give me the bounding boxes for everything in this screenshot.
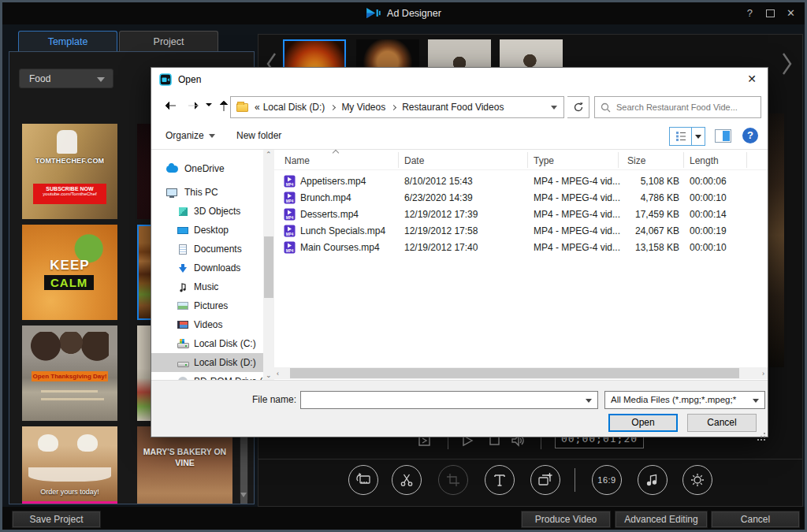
scroll-down-icon[interactable]: ⌄ [266,372,272,378]
tab-project[interactable]: Project [119,31,218,52]
column-divider [527,152,528,168]
search-box[interactable] [594,96,761,118]
column-header-size[interactable]: Size [627,155,645,166]
sidebar-item-onedrive[interactable]: OneDrive [151,159,263,178]
scroll-left-icon[interactable]: ‹ [277,370,279,378]
file-type-dropdown[interactable]: All Media Files (*.mpg;*.mpeg;* [604,391,765,409]
divider [575,468,575,492]
help-button[interactable]: ? [747,7,753,19]
view-mode-button[interactable] [669,127,705,146]
scrollbar-thumb[interactable] [264,236,273,298]
column-divider [618,152,619,168]
sidebar-item-documents[interactable]: Documents [151,240,263,259]
video-preview [766,113,784,367]
scroll-down-icon[interactable] [240,493,247,497]
maximize-button[interactable] [766,9,775,17]
sidebar-item-local-disk-c[interactable]: Local Disk (C:) [151,334,263,353]
file-name-label: File name: [199,394,296,405]
refresh-button[interactable] [567,96,589,118]
scroll-up-icon[interactable]: ⌃ [266,151,272,158]
save-project-button[interactable]: Save Project [12,511,101,528]
crop-button-disabled[interactable] [438,465,468,495]
column-divider [746,152,747,168]
aspect-ratio-button[interactable]: 16:9 [592,465,622,495]
column-header-name[interactable]: Name [284,155,310,166]
file-row[interactable]: MP4 Brunch.mp4 6/23/2020 14:39 MP4 - MPE… [273,190,768,206]
file-row[interactable]: MP4 Main Courses.mp4 12/19/2012 17:40 MP… [273,240,768,256]
template-thumbnail-mollys[interactable]: Order yours today! Molly's Cakes [22,426,117,504]
chevron-down-icon [695,135,701,139]
category-dropdown[interactable]: Food [19,69,113,88]
sidebar-item-bd-rom[interactable]: BD-ROM Drive (I [151,372,263,380]
scroll-right-icon[interactable]: › [762,370,764,378]
search-input[interactable] [616,102,750,112]
sidebar-item-music[interactable]: Music [151,277,263,296]
breadcrumb-item[interactable]: Local Disk (D:) [263,102,325,113]
column-header-date[interactable]: Date [404,155,424,166]
scrollbar-thumb[interactable] [290,368,739,378]
file-row[interactable]: MP4 Desserts.mp4 12/19/2012 17:39 MP4 - … [273,206,768,223]
template-thumbnail-tomthechef[interactable]: TOMTHECHEF.COM SUBSCRIBE NOW youtube.com… [22,124,117,219]
file-name-input[interactable] [304,393,572,407]
recent-locations-icon[interactable] [205,102,213,108]
sidebar-item-pictures[interactable]: Pictures [151,296,263,315]
replace-media-button[interactable] [348,465,378,495]
folder-icon [236,103,248,112]
film-icon [177,319,189,330]
column-divider [683,152,684,168]
column-header-type[interactable]: Type [534,155,554,166]
sidebar-item-local-disk-d-selected[interactable]: Local Disk (D:) [151,353,263,372]
music-button[interactable] [638,465,668,495]
resize-grip[interactable] [764,433,765,434]
app-title: Ad Designer [387,8,441,19]
template-thumbnail-keepcalm[interactable]: KEEP CALM [22,225,117,320]
preview-pane-button[interactable] [715,129,731,143]
trim-button[interactable] [392,465,422,495]
text-icon [492,472,508,488]
crop-icon [445,472,461,488]
file-name-combo[interactable] [300,391,598,409]
template-thumbnail-marys[interactable]: MARY'S BAKERY ON VINE Order online at Ma… [137,426,232,504]
dialog-help-button[interactable]: ? [742,128,758,143]
close-button[interactable]: ✕ [787,7,795,19]
mp4-file-icon: MP4 [284,175,296,188]
strip-scroll-right-button[interactable] [779,50,794,77]
file-row[interactable]: MP4 Appetisers.mp4 8/10/2012 15:43 MP4 -… [273,173,768,190]
dialog-cancel-button[interactable]: Cancel [687,414,757,432]
sidebar-item-this-pc[interactable]: This PC [151,183,263,202]
organize-menu[interactable]: Organize [165,130,215,141]
file-row[interactable]: MP4 Lunch Specials.mp4 12/19/2012 17:58 … [273,223,768,240]
up-button[interactable] [216,98,232,113]
footer-cancel-button[interactable]: Cancel [711,511,800,528]
sidebar-item-desktop[interactable]: Desktop [151,221,263,240]
text-button[interactable] [485,465,515,495]
sidebar-item-downloads[interactable]: Downloads [151,259,263,277]
advanced-editing-button[interactable]: Advanced Editing [615,511,708,528]
sidebar-item-3d-objects[interactable]: 3D Objects [151,202,263,221]
tab-template[interactable]: Template [18,31,117,52]
dialog-open-button[interactable]: Open [608,414,678,432]
produce-video-button[interactable]: Produce Video [521,511,611,528]
breadcrumb-item[interactable]: My Videos [341,102,385,113]
forward-button[interactable] [186,98,202,113]
chevron-down-icon [97,77,105,82]
horizontal-scrollbar[interactable]: ‹ › [273,367,768,379]
breadcrumb-bar[interactable]: « Local Disk (D:) My Videos Restaurant F… [230,96,564,118]
mp4-file-icon: MP4 [284,225,296,237]
scissors-icon [399,472,415,488]
chevron-right-icon [330,104,336,110]
settings-button[interactable] [682,465,712,495]
overlay-button[interactable] [530,465,560,495]
column-header-length[interactable]: Length [690,155,719,166]
new-folder-button[interactable]: New folder [236,130,281,141]
sidebar-scrollbar[interactable]: ⌃ ⌄ [263,150,274,380]
sidebar-item-videos[interactable]: Videos [151,315,263,334]
svg-text:MP4: MP4 [286,216,294,220]
dialog-close-button[interactable]: ✕ [747,73,757,85]
template-thumbnail-thanksgiving[interactable]: Open Thanksgiving Day! [22,326,117,421]
fine-print-line [41,390,98,392]
breadcrumb-item[interactable]: Restaurant Food Videos [402,102,504,113]
chevron-down-icon[interactable] [551,106,557,110]
back-button[interactable] [162,98,178,113]
chevron-down-icon[interactable] [586,399,592,403]
